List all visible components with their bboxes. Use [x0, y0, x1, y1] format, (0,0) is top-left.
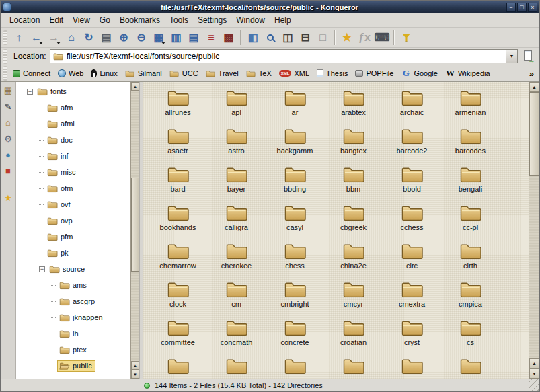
folder-item[interactable]: cm — [207, 280, 266, 319]
folder-item[interactable]: cbgreek — [324, 204, 383, 242]
folder-item[interactable]: concrete — [266, 319, 324, 357]
back-button[interactable]: ← — [28, 29, 45, 46]
bookmark-popfile[interactable]: POPFile — [352, 68, 398, 79]
folder-item[interactable]: astro — [207, 127, 266, 165]
folder-item[interactable]: armenian — [441, 89, 500, 127]
folder-item[interactable]: chess — [266, 242, 324, 280]
tree-item-inf[interactable]: inf — [24, 148, 130, 164]
folder-item[interactable] — [149, 357, 207, 379]
folder-item[interactable]: allrunes — [149, 89, 207, 127]
folder-item[interactable]: bbm — [324, 165, 383, 204]
folder-item[interactable]: barcodes — [441, 127, 500, 165]
folder-item[interactable]: cmpica — [441, 280, 500, 319]
app-icon[interactable] — [3, 3, 11, 11]
forward-button[interactable]: → — [45, 29, 63, 46]
services-icon[interactable]: ⚙ — [2, 133, 14, 145]
combo-dropdown-button[interactable]: ▼ — [506, 50, 517, 63]
scroll-down-button[interactable]: ▼ — [131, 370, 139, 379]
tree-item-body[interactable]: ams — [58, 280, 89, 290]
html-view-button[interactable]: ▩ — [220, 29, 237, 46]
tree-item-ofm[interactable]: ofm — [24, 180, 130, 196]
bookmark-star-button[interactable]: ★ — [338, 29, 356, 46]
tree-expander-icon[interactable]: − — [39, 266, 45, 272]
filter-button[interactable] — [397, 29, 415, 46]
folder-item[interactable]: china2e — [324, 242, 383, 280]
toolbar-handle[interactable] — [3, 66, 7, 81]
tree-item-body[interactable]: ofm — [46, 184, 75, 194]
up-button[interactable]: ↑ — [10, 29, 28, 46]
folder-item[interactable]: cchess — [383, 204, 441, 242]
scroll-up-button[interactable]: ▲ — [131, 361, 139, 370]
tree-item-body[interactable]: inf — [46, 151, 71, 161]
folder-item[interactable]: barcode2 — [383, 127, 441, 165]
tree-item-jknappen[interactable]: jknappen — [24, 309, 130, 325]
tree-item-body[interactable]: misc — [46, 167, 79, 178]
tree-item-pk[interactable]: pk — [24, 245, 130, 261]
tree-item-body[interactable]: ovp — [46, 216, 75, 226]
tree-item-afml[interactable]: afml — [24, 116, 130, 132]
tree-item-fonts[interactable]: −fonts — [24, 83, 130, 100]
toolbox-icon[interactable]: ▦ — [2, 85, 14, 96]
folder-item[interactable] — [441, 357, 500, 379]
folder-item[interactable]: arabtex — [324, 89, 383, 127]
folder-item[interactable]: calligra — [207, 204, 266, 242]
scroll-up-button[interactable]: ▲ — [131, 82, 139, 91]
bookmark-web[interactable]: Web — [55, 68, 88, 79]
folder-item[interactable]: cherokee — [207, 242, 266, 280]
folder-item[interactable]: cs — [441, 319, 500, 357]
folder-item[interactable]: concmath — [207, 319, 266, 357]
split-view-top-bottom-button[interactable]: ⊟ — [297, 29, 314, 46]
folder-item[interactable]: archaic — [383, 89, 441, 127]
split-view-left-right-button[interactable]: ◫ — [279, 29, 297, 46]
multicolumn-view-button[interactable]: ▥ — [167, 29, 185, 46]
tree-item-body[interactable]: jknappen — [58, 313, 106, 323]
menu-window[interactable]: Window — [231, 14, 270, 26]
tree-item-source[interactable]: −source — [24, 261, 130, 277]
folder-item[interactable]: bbding — [266, 165, 324, 204]
tree-item-ovp[interactable]: ovp — [24, 212, 130, 229]
toolbar-overflow-button[interactable]: » — [528, 69, 535, 79]
bookmark-connect[interactable]: Connect — [10, 68, 55, 79]
tree-item-body[interactable]: source — [48, 264, 87, 274]
content-scrollbar[interactable]: ▲ ▲ ▼ — [529, 82, 539, 379]
bookmark-travel[interactable]: Travel — [203, 68, 243, 79]
folder-item[interactable]: cmcyr — [324, 280, 383, 319]
scrollbar-track[interactable] — [131, 91, 139, 361]
folder-item[interactable]: clock — [149, 280, 207, 319]
folder-item[interactable]: bangtex — [324, 127, 383, 165]
tree-item-body[interactable]: afml — [46, 119, 77, 129]
menu-view[interactable]: View — [68, 14, 95, 26]
folder-item[interactable] — [383, 357, 441, 379]
tree-item-afm[interactable]: afm — [24, 100, 130, 116]
tree-item-body[interactable]: doc — [46, 135, 75, 145]
tree-item-ascgrp[interactable]: ascgrp — [24, 293, 130, 309]
minimize-button[interactable]: − — [506, 3, 516, 12]
print-button[interactable]: ▤ — [98, 29, 115, 46]
text-view-button[interactable]: ≡ — [202, 29, 220, 46]
location-input[interactable] — [65, 50, 506, 63]
tree-item-ovf[interactable]: ovf — [24, 196, 130, 212]
menu-help[interactable]: Help — [270, 14, 296, 26]
tree-item-lh[interactable]: lh — [24, 325, 130, 342]
folder-item[interactable]: bbold — [383, 165, 441, 204]
tree-item-ams[interactable]: ams — [24, 277, 130, 293]
bookmark-wikipedia[interactable]: WWikipedia — [442, 68, 495, 79]
scrollbar-track[interactable] — [529, 92, 539, 358]
tree-expander-icon[interactable]: − — [27, 89, 33, 95]
folder-item[interactable]: chemarrow — [149, 242, 207, 280]
toolbar-handle[interactable] — [3, 49, 7, 64]
root-directory-icon[interactable]: ■ — [2, 165, 14, 177]
folder-item[interactable] — [266, 357, 324, 379]
folder-item[interactable]: apl — [207, 89, 266, 127]
home-directory-icon[interactable]: ⌂ — [2, 117, 14, 128]
icon-view-button[interactable]: ▦ — [150, 29, 167, 46]
folder-item[interactable]: bayer — [207, 165, 266, 204]
detailed-list-view-button[interactable]: ▤ — [185, 29, 202, 46]
tree-item-pfm[interactable]: pfm — [24, 229, 130, 245]
folder-item[interactable]: cmextra — [383, 280, 441, 319]
title-bar[interactable]: file:/usr/TeX/texmf-local/fonts/source/p… — [1, 1, 539, 13]
tree-item-ptex[interactable]: ptex — [24, 342, 130, 358]
bookmarks-icon[interactable]: ★ — [2, 192, 14, 204]
menu-bookmarks[interactable]: Bookmarks — [115, 14, 165, 26]
close-button[interactable]: × — [528, 3, 537, 12]
